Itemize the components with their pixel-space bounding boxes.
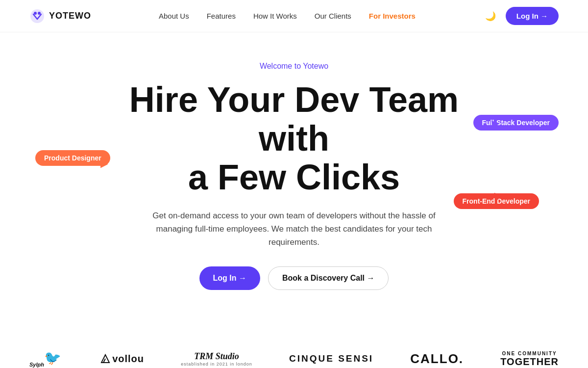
- together-big: TOGETHER: [500, 356, 559, 367]
- svg-point-0: [30, 9, 44, 23]
- navbar: YOTEWO About Us Features How It Works Ou…: [0, 0, 588, 32]
- logo-cinque: CINQUE SENSI: [289, 353, 373, 364]
- product-designer-label: Product Designer: [44, 154, 101, 162]
- svg-text:🐦: 🐦: [44, 350, 61, 366]
- nav-link-for-investors[interactable]: For Investors: [369, 12, 416, 20]
- callo-label: CALLO.: [410, 351, 464, 367]
- nav-item-features[interactable]: Features: [207, 12, 236, 21]
- vollou-text: vollou: [100, 353, 144, 365]
- nav-link-features[interactable]: Features: [207, 12, 236, 20]
- trm-label: TRM Studio: [181, 351, 252, 362]
- nav-item-our-clients[interactable]: Our Clients: [315, 12, 351, 21]
- hero-section: Product Designer ▶ Full-Stack Developer …: [0, 32, 588, 319]
- logo-callo: CALLO.: [410, 351, 464, 367]
- vollou-icon: [100, 354, 110, 364]
- trm-subtitle: established in 2021 in london: [181, 362, 252, 367]
- svg-point-1: [34, 12, 37, 15]
- hero-title-line2: a Few Clicks: [188, 158, 400, 197]
- hero-buttons: Log In → Book a Discovery Call →: [29, 266, 559, 290]
- hero-title: Hire Your Dev Team with a Few Clicks: [98, 80, 490, 197]
- hero-login-button[interactable]: Log In →: [199, 266, 260, 290]
- welcome-text: Welcome to Yotewo: [29, 62, 559, 71]
- logo: YOTEWO: [29, 8, 91, 24]
- svg-text:Sylph: Sylph: [29, 362, 44, 368]
- nav-item-about[interactable]: About Us: [159, 12, 189, 21]
- dark-mode-button[interactable]: 🌙: [483, 9, 498, 24]
- logo-icon: [29, 8, 45, 24]
- trm-text: TRM Studio established in 2021 in london: [181, 351, 252, 367]
- svg-point-2: [38, 12, 41, 15]
- tag-product-designer: Product Designer: [35, 150, 110, 166]
- logo-text: YOTEWO: [49, 11, 91, 21]
- together-text: ONE COMMUNITY TOGETHER: [500, 351, 559, 367]
- nav-link-how-it-works[interactable]: How It Works: [253, 12, 297, 20]
- hero-subtitle: Get on-demand access to your own team of…: [137, 209, 451, 249]
- vollou-label: vollou: [112, 353, 144, 365]
- hero-title-line1: Hire Your Dev Team with: [129, 80, 459, 158]
- hero-discovery-button[interactable]: Book a Discovery Call →: [268, 266, 389, 290]
- tag-fullstack-developer: Full-Stack Developer: [473, 115, 559, 131]
- together-small: ONE COMMUNITY: [500, 351, 559, 356]
- nav-link-our-clients[interactable]: Our Clients: [315, 12, 351, 20]
- logo-sylph: 🐦 Sylph: [29, 349, 64, 368]
- nav-right: 🌙 Log In →: [483, 7, 559, 25]
- nav-link-about[interactable]: About Us: [159, 12, 189, 20]
- logo-vollou: vollou: [100, 353, 144, 365]
- logo-together: ONE COMMUNITY TOGETHER: [500, 351, 559, 367]
- logos-section: 🐦 Sylph vollou TRM Studio established in…: [0, 329, 588, 368]
- nav-item-how-it-works[interactable]: How It Works: [253, 12, 297, 21]
- nav-item-for-investors[interactable]: For Investors: [369, 12, 416, 21]
- logo-trm: TRM Studio established in 2021 in london: [181, 351, 252, 367]
- nav-links: About Us Features How It Works Our Clien…: [159, 12, 416, 21]
- sylph-icon: 🐦 Sylph: [29, 349, 64, 368]
- svg-line-6: [103, 359, 105, 363]
- cinque-label: CINQUE SENSI: [289, 353, 373, 364]
- arrow-product-designer-icon: ▶: [100, 158, 108, 169]
- nav-login-button[interactable]: Log In →: [506, 7, 559, 25]
